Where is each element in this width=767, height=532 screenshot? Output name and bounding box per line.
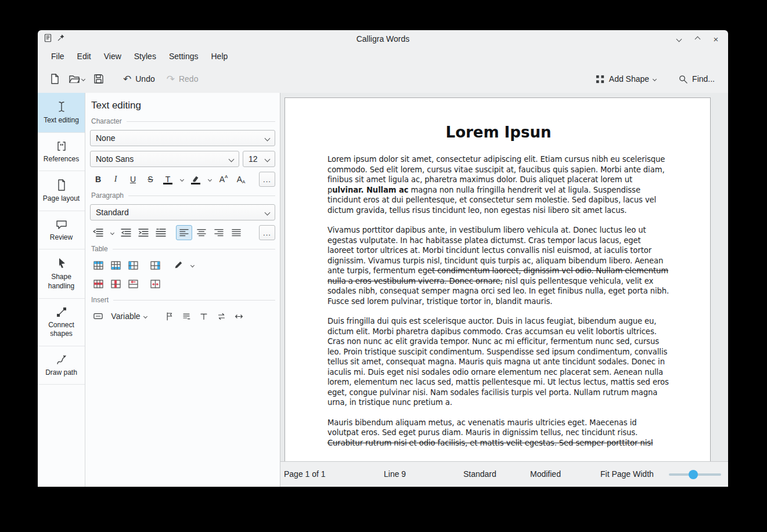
table-border-pen-dropdown[interactable]: [188, 258, 197, 273]
font-color-button[interactable]: T: [160, 172, 176, 187]
insert-text-button[interactable]: [196, 309, 212, 324]
text-direction-button[interactable]: [90, 225, 106, 240]
undo-icon: ↶: [123, 74, 131, 84]
text-direction-dropdown[interactable]: [107, 225, 117, 240]
align-center-button[interactable]: [193, 225, 210, 240]
text-direction-icon: [93, 229, 103, 237]
menu-settings[interactable]: Settings: [163, 49, 205, 63]
align-justify-button[interactable]: [228, 225, 244, 240]
sidebar-item-page-layout[interactable]: Page layout: [38, 171, 85, 211]
more-paragraph-options-button[interactable]: ...: [259, 225, 275, 240]
superscript-icon: A: [219, 175, 225, 184]
document-paragraph[interactable]: Lorem ipsum dolor sit amet, consectetur …: [327, 154, 669, 215]
document-paragraph[interactable]: Vivamus porttitor dapibus ante, in vesti…: [327, 225, 669, 306]
italic-button[interactable]: I: [107, 172, 124, 187]
indent-increase-button[interactable]: [135, 225, 152, 240]
insert-column-left-button[interactable]: [125, 258, 141, 273]
menu-file[interactable]: File: [45, 49, 71, 63]
more-character-options-button[interactable]: ...: [259, 172, 275, 187]
superscript-button[interactable]: AA: [215, 172, 232, 187]
sidebar-item-draw-path[interactable]: Draw path: [38, 346, 85, 385]
menu-help[interactable]: Help: [205, 49, 235, 63]
tool-panel-title: Text editing: [90, 100, 275, 111]
calligra-window: Calligra Words × File Edit View Styles S…: [38, 30, 728, 487]
underline-button[interactable]: U: [125, 172, 141, 187]
sidebar-item-text-editing[interactable]: Text editing: [38, 93, 85, 133]
flag-icon: [165, 312, 174, 321]
bold-button[interactable]: B: [90, 172, 106, 187]
footnote-button[interactable]: [178, 309, 195, 324]
zoom-slider[interactable]: [669, 473, 721, 476]
minimize-button[interactable]: [674, 34, 684, 44]
redo-button[interactable]: ↷ Redo: [161, 70, 204, 88]
insert-frame-button[interactable]: [231, 309, 247, 324]
zoom-mode-button[interactable]: Fit Page Width: [600, 469, 654, 479]
font-color-dropdown[interactable]: [177, 172, 186, 187]
save-button[interactable]: [90, 70, 107, 88]
bookmark-button[interactable]: [161, 309, 177, 324]
replace-text-button[interactable]: [213, 309, 229, 324]
sidebar-item-label: Shape handling: [42, 273, 81, 291]
document-page[interactable]: Lorem Ipsun Lorem ipsum dolor sit amet, …: [285, 97, 711, 461]
undo-button[interactable]: ↶ Undo: [118, 70, 160, 88]
maximize-button[interactable]: [692, 34, 703, 44]
highlight-color-dropdown[interactable]: [205, 172, 214, 187]
table-row-2: [90, 276, 275, 291]
page-layout-icon: [56, 179, 67, 191]
document-paragraph[interactable]: Duis fringilla dui quis est scelerisque …: [327, 316, 669, 408]
align-justify-icon: [232, 229, 241, 237]
document-new-icon: [49, 73, 60, 85]
delete-column-button[interactable]: [107, 276, 124, 291]
paragraph-format-row: ...: [90, 225, 275, 240]
zoom-slider-handle[interactable]: [689, 470, 698, 479]
open-document-button[interactable]: [64, 70, 89, 88]
indent-decrease-button[interactable]: [118, 225, 134, 240]
document-open-icon: [69, 73, 80, 85]
highlight-color-button[interactable]: [188, 172, 204, 187]
text-run: ulvinar. Nullam ac: [332, 186, 408, 194]
redo-icon: ↷: [167, 74, 175, 84]
first-line-indent-button[interactable]: [153, 225, 169, 240]
align-right-button[interactable]: [211, 225, 227, 240]
titlebar[interactable]: Calligra Words ×: [38, 30, 728, 48]
chevron-up-icon: [694, 36, 700, 42]
indent-decrease-icon: [121, 229, 131, 237]
close-button[interactable]: ×: [711, 34, 721, 44]
document-paragraphs: Lorem ipsum dolor sit amet, consectetur …: [327, 154, 669, 448]
sidebar-item-references[interactable]: References: [38, 133, 85, 172]
character-style-select[interactable]: None: [90, 130, 275, 146]
text-run: Duis fringilla dui quis est scelerisque …: [327, 317, 669, 407]
font-size-select[interactable]: 12: [243, 151, 275, 167]
new-document-button[interactable]: [46, 70, 63, 88]
strikethrough-button[interactable]: S: [142, 172, 159, 187]
menu-styles[interactable]: Styles: [128, 49, 163, 63]
paragraph-style-select[interactable]: Standard: [90, 204, 275, 220]
insert-row-above-button[interactable]: [90, 258, 106, 273]
split-cells-button[interactable]: [147, 276, 163, 291]
sidebar-item-shape-handling[interactable]: Shape handling: [38, 249, 85, 298]
align-left-button[interactable]: [176, 225, 192, 240]
insert-row-below-button[interactable]: [107, 258, 124, 273]
sidebar-item-review[interactable]: Review: [38, 211, 85, 250]
document-title[interactable]: Lorem Ipsun: [327, 124, 669, 141]
menu-edit[interactable]: Edit: [71, 49, 98, 63]
font-family-select[interactable]: Noto Sans: [90, 151, 239, 167]
merge-cells-button[interactable]: [125, 276, 141, 291]
document-paragraph[interactable]: Mauris bibendum aliquam metus, ac venena…: [327, 418, 669, 448]
connect-shapes-icon: [56, 306, 67, 318]
table-border-pen-button[interactable]: [170, 258, 186, 273]
sidebar-item-connect-shapes[interactable]: Connect shapes: [38, 299, 85, 346]
insert-column-right-button[interactable]: [147, 258, 163, 273]
variable-dropdown-button[interactable]: Variable: [107, 309, 150, 324]
menu-view[interactable]: View: [98, 49, 128, 63]
references-icon: [56, 140, 67, 152]
subscript-button[interactable]: AA: [233, 172, 249, 187]
find-button[interactable]: Find...: [673, 70, 720, 88]
insert-row-below-icon: [111, 261, 121, 270]
insert-variable-button[interactable]: [90, 309, 106, 324]
delete-row-button[interactable]: [90, 276, 106, 291]
save-icon: [93, 73, 105, 85]
sidebar-item-label: Page layout: [42, 194, 81, 204]
indent-increase-icon: [138, 229, 149, 237]
add-shape-button[interactable]: Add Shape: [590, 70, 661, 88]
